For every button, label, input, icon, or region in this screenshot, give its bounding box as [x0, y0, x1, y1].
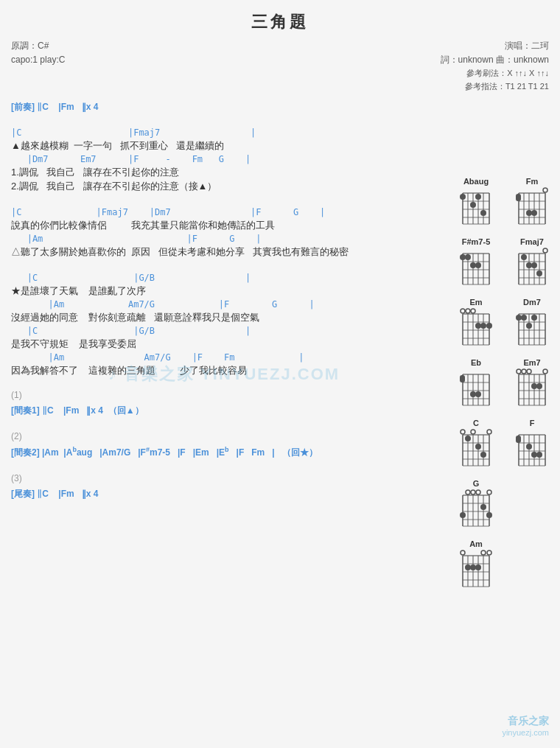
chord-line: |C |Fmaj7 | [11, 127, 442, 138]
chord-fm: Fm [513, 177, 551, 228]
svg-point-136 [471, 430, 475, 434]
dm7-grid [513, 308, 551, 349]
chord-row-1: Abaug [457, 177, 553, 228]
svg-point-153 [526, 444, 532, 450]
chord-fmaj7: Fmaj7 [513, 237, 551, 289]
svg-point-90 [521, 315, 527, 321]
lyric-line: ★是誰壞了天氣 是誰亂了次序 [11, 284, 442, 298]
svg-point-74 [471, 309, 475, 313]
lyric-line: 是我不守規矩 是我享受委屈 [11, 338, 442, 351]
svg-point-73 [466, 309, 470, 313]
logo-chinese: 音乐之家 [502, 715, 549, 728]
part-2-label: (2) [11, 431, 442, 441]
svg-point-168 [466, 490, 470, 494]
em7-grid [513, 368, 551, 410]
svg-point-135 [461, 430, 465, 434]
interlude2-label: [間奏2] |Am |Abaug |Am7/G |F#m7-5 |F |Em |… [11, 446, 442, 459]
chord-em: Em [457, 298, 495, 349]
svg-point-106 [475, 391, 481, 397]
svg-rect-104 [460, 375, 465, 382]
svg-point-56 [543, 248, 547, 253]
svg-point-171 [460, 512, 466, 518]
fsharp-grid [457, 248, 495, 289]
chord-line: |Dm7 Em7 |F - Fm G | [11, 154, 442, 164]
chord-line: |C |G/B | [11, 273, 442, 283]
lyric-composer: 詞：unknown 曲：unknown [441, 53, 549, 67]
svg-point-188 [465, 565, 471, 570]
svg-point-12 [470, 202, 476, 208]
fm-grid [513, 187, 551, 228]
meta-right: 演唱：二珂 詞：unknown 曲：unknown 參考刷法：X ↑↑↓ X ↑… [441, 39, 549, 94]
song-title: 三角題 [11, 11, 549, 33]
svg-rect-152 [516, 436, 521, 443]
chord-c: C [457, 419, 495, 470]
svg-point-72 [461, 309, 465, 313]
intro-label: [前奏] ‖C |Fm ‖x 4 [11, 101, 442, 113]
svg-point-120 [527, 369, 531, 374]
em-grid [457, 308, 495, 349]
lyric-line: 說真的你們比較像情侶 我充其量只能當你和她傳話的工具 [11, 219, 442, 232]
svg-point-118 [517, 369, 521, 374]
meta-section: 原調：C# capo:1 play:C 演唱：二珂 詞：unknown 曲：un… [11, 39, 549, 94]
chord-row-2: F#m7-5 [457, 237, 553, 289]
chord-abaug: Abaug [457, 177, 495, 228]
capo-info: capo:1 play:C [11, 53, 65, 67]
svg-point-58 [526, 262, 532, 268]
svg-point-121 [543, 369, 547, 374]
svg-point-122 [531, 383, 537, 389]
chord-am: Am [457, 539, 495, 591]
chorus-section: |C |G/B | ★是誰壞了天氣 是誰亂了次序 |Am Am7/G |F G … [11, 273, 442, 377]
svg-point-76 [480, 323, 486, 329]
svg-point-91 [526, 323, 532, 329]
strum-ref: 參考刷法：X ↑↑↓ X ↑↑↓ [441, 67, 549, 80]
chord-line: |Am Am7/G |F Fm | [11, 352, 442, 363]
lyric-line: 2.調侃 我自己 讓存在不引起你的注意（接▲） [11, 180, 442, 193]
g-grid [457, 489, 495, 531]
fmaj7-grid [513, 248, 551, 289]
chord-row-7: Am [457, 539, 553, 591]
svg-point-170 [476, 490, 480, 494]
page: 三角題 原調：C# capo:1 play:C 演唱：二珂 詞：unknown … [0, 0, 560, 748]
abaug-grid [457, 187, 495, 228]
eb-grid [457, 368, 495, 410]
am-grid [457, 550, 495, 591]
svg-point-155 [536, 452, 542, 458]
chord-line: |C |G/B | [11, 326, 442, 336]
svg-point-28 [526, 210, 532, 216]
svg-point-59 [531, 262, 537, 268]
svg-point-42 [465, 254, 471, 260]
chord-line: |C |Fmaj7 |Dm7 |F G | [11, 207, 442, 217]
svg-point-75 [475, 323, 481, 329]
chord-dm7: Dm7 [513, 298, 551, 349]
svg-point-187 [487, 550, 491, 555]
f-grid [513, 429, 551, 470]
chord-row-3: Em [457, 298, 553, 349]
watermark-logo: 音乐之家 yinyuezj.com [502, 715, 549, 737]
outro-label: [尾奏] ‖C |Fm ‖x 4 [11, 488, 442, 500]
svg-point-57 [521, 254, 527, 260]
svg-point-89 [516, 315, 522, 321]
part-3-label: (3) [11, 473, 442, 483]
lyric-line: △聽了太多關於她喜歡你的 原因 但從未考慮和她分享 其實我也有難言的秘密 [11, 245, 442, 259]
svg-point-29 [531, 210, 537, 216]
intro-section: [前奏] ‖C |Fm ‖x 4 [11, 101, 442, 113]
svg-point-169 [471, 490, 475, 494]
chord-line: |Am Am7/G |F G | [11, 299, 442, 310]
singer: 演唱：二珂 [441, 39, 549, 53]
chord-g: G [457, 479, 495, 531]
svg-point-105 [470, 391, 476, 397]
svg-point-172 [480, 504, 486, 510]
c-grid [457, 429, 495, 470]
svg-point-154 [531, 452, 537, 458]
verse2-section: |C |Fmaj7 |Dm7 |F G | 說真的你們比較像情侶 我充其量只能當… [11, 207, 442, 259]
svg-point-167 [487, 490, 491, 494]
svg-point-137 [487, 430, 491, 434]
svg-point-14 [475, 194, 481, 200]
original-key: 原調：C# [11, 39, 65, 53]
svg-point-138 [465, 436, 471, 441]
svg-point-119 [522, 369, 526, 374]
chord-eb: Eb [457, 358, 495, 410]
svg-point-44 [475, 262, 481, 268]
svg-point-27 [543, 188, 547, 192]
svg-point-173 [486, 512, 492, 518]
